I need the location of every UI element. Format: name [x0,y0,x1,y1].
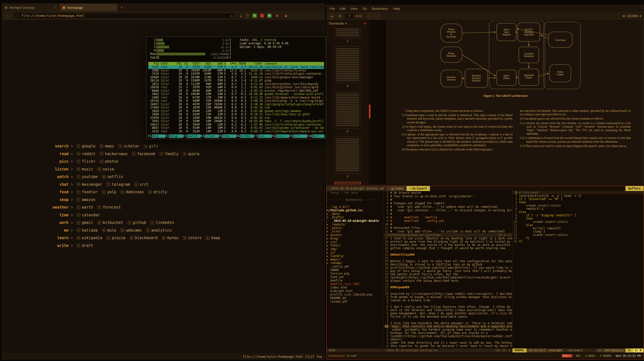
nerdtree-item[interactable]: ▸ _data/ [327,212,383,216]
hamburger-menu-icon[interactable]: ≡ [285,13,287,18]
homepage-link[interactable]: M messenger [77,182,102,187]
homepage-link[interactable]: F flickr [77,159,95,164]
terminal-window[interactable]: /2015-05-28-midnight-desktop.md.g/index~… [326,186,644,359]
history-back-icon[interactable]: ‹ [367,13,373,19]
nerdtree-item[interactable] [327,195,383,198]
tab-close-icon[interactable]: × [112,6,115,10]
nerdtree-item[interactable]: profile_icon_128x128.png [327,293,383,296]
homepage-link[interactable]: P photos [100,159,118,164]
fkey-button[interactable]: F2 Setup [165,134,183,138]
homepage-link[interactable]: M myneu [162,236,178,240]
nerdtree-item[interactable]: CNAME [327,268,383,272]
nerdtree-item[interactable]: ▸ _posts/ [327,226,383,230]
htop-window[interactable]: 1 [ 2.6% ] 2 [ 3.3% [146,36,326,139]
vim-tab[interactable]: /2015-05-28-midnight-desktop.md [327,186,387,191]
nerdtree-item[interactable]: _config.yml [327,265,383,268]
process-row[interactable]: 3501 tyler 20 0 164M 16M 2468K S 0.2 0.2… [148,120,324,123]
process-row[interactable]: 28114 tyler 20 0 1360M 147M 35M S 0.0 1.… [148,79,324,82]
homepage-link[interactable]: F foodler [77,190,98,194]
homepage-link[interactable]: H hallada [77,228,98,233]
sidebar-header[interactable]: Thumbnails ▾ ✕ [327,20,368,27]
process-row[interactable]: 17664 tyler 20 0 187M 25M 9608K S 0.0 0.… [148,106,324,110]
tab-close-icon[interactable]: × [54,6,57,10]
page-number-input[interactable]: 7 [345,13,354,19]
addon-nt-icon[interactable]: nt [267,14,272,18]
fkey-button[interactable]: F6 SortBy [236,134,254,138]
homepage-link[interactable]: W wikipedia [77,236,102,240]
menu-item[interactable]: Go [362,7,367,11]
nerdtree-item[interactable]: .. (up a dir) [327,205,383,209]
homepage-link[interactable]: G gmail [77,220,93,225]
tmux-window-name[interactable]: 0:vim* [347,354,357,357]
addon-s-icon[interactable]: S [252,14,257,18]
nerdtree-item[interactable]: ▸ assets/ [327,233,383,237]
process-row[interactable]: 5345 root 20 0 397M 181M 37M S 0.0 2.3 5… [148,65,324,69]
previous-page-icon[interactable]: ▲ [329,13,335,19]
homepage-link[interactable]: S srct [134,182,149,187]
menu-item[interactable]: File [330,7,335,11]
homepage-link[interactable]: Y yelp [102,190,116,194]
nerdtree-item[interactable]: ▸ _layouts/ [327,223,383,226]
markdown-editor-pane[interactable]: 27 I tend to use Linux (Ubuntu) on my de… [384,237,512,348]
nerdtree-item[interactable]: ▸ fonts/ [327,244,383,247]
process-row[interactable]: 16744 root 20 0 448M 32M 3508K S 0.4 0.4… [148,99,324,103]
homepage-link[interactable]: R reddit [77,152,95,156]
nerdtree-item[interactable]: </thallada.github.io/ [327,209,383,212]
homepage-link[interactable]: G github [127,220,146,225]
fkey-button[interactable]: F5 Tree [219,134,236,138]
nerdtree-item[interactable]: ▸ _site/ [327,230,383,233]
page-thumbnail[interactable] [334,92,361,129]
nerdtree-item[interactable]: index.html [327,286,383,289]
menu-item[interactable]: Help [393,7,400,11]
process-row[interactable]: 19484 tyler 39 19 1678M 214M 13M S 0.7 2… [148,76,324,79]
homepage-link[interactable]: N noise [97,167,114,171]
vim-tab[interactable]: ~/b/invert [407,186,430,191]
nerdtree-item[interactable]: midnight.html [327,289,383,293]
fkey-button[interactable]: F3 Search [183,134,201,138]
homepage-link[interactable]: W webcams [120,228,142,233]
nerdtree-item[interactable]: ▸ magic/ [327,258,383,261]
reload-icon[interactable]: ↻ [231,14,233,18]
history-forward-icon[interactable]: › [375,13,381,19]
nerdtree-item[interactable]: ▸ css/ [327,240,383,244]
fkey-button[interactable]: F4 Filter [201,134,218,138]
url-bar[interactable]: file:///home/tyler/homepage.html ↻ [14,13,235,19]
homepage-link[interactable]: M mule [102,228,116,233]
process-row[interactable]: 2415 root 20 0 352M 14M 12M S 0.0 0.2 0:… [148,130,324,133]
homepage-link[interactable]: Z zotero [183,236,202,240]
nerdtree-item[interactable]: Gemfile [327,279,383,282]
homepage-link[interactable]: D drizly [148,190,167,194]
homepage-link[interactable]: M music [77,167,93,171]
nerdtree-item[interactable]: -----------Bookmarks----------- [327,198,383,202]
nerdtree-item[interactable]: 2015-05-28-midnight-deskto [327,219,383,223]
browser-tab[interactable]: Homepage × [60,4,118,11]
pdf-document-view[interactable]: ThemeDomains&Keywords PhraseTemplates Na… [371,20,644,184]
menu-item[interactable]: View [350,7,357,11]
homepage-link[interactable]: L linkedin [151,220,174,225]
process-row[interactable]: 8667 tyler 20 0 554M 14M 10M S 0.2 0.2 0… [148,126,324,130]
homepage-link[interactable]: A analytics [146,228,172,233]
addon-snowflake-icon[interactable]: ∗ [275,14,279,18]
sidebar-close-icon[interactable]: ✕ [364,22,366,25]
menu-item[interactable]: Bookmarks [372,7,388,11]
selected-page-thumbnail[interactable] [334,182,361,184]
homepage-link[interactable]: Y hackernews [100,152,127,156]
process-row[interactable]: 21050 tyler 20 0 182M 20M 4452K S 0.0 0.… [148,116,324,120]
nerdtree-item[interactable]: " Press ? for help [327,191,383,195]
homepage-link[interactable]: G google [77,144,95,148]
homepage-link[interactable]: Y youtube [77,174,98,179]
page-info-icon[interactable] [17,14,19,17]
process-row[interactable]: 24017 tyler 20 0 305M 15M 12M S 0.2 0.2 … [148,123,324,127]
nerdtree-item[interactable]: resume.pdf [327,300,383,303]
homepage-link[interactable]: S scholar [118,144,139,148]
homepage-link[interactable]: C calendar [77,213,100,217]
homepage-link[interactable]: N netflix [102,174,123,179]
homepage-link[interactable]: P piazza [106,236,125,240]
process-row[interactable]: 2405 root 20 0 872M 37M 24M S 0.0 0.5 0:… [148,96,324,100]
process-row[interactable]: 24037 tyler 20 0 497M 26M 7420K S 0.2 0.… [148,103,324,106]
browser-tab[interactable]: Midnight Desktop × [2,4,60,11]
homepage-link[interactable]: B bitbucket [97,220,123,225]
homepage-link[interactable]: D dominoes [120,190,144,194]
process-row[interactable]: 2872 tyler 20 0 1115M 96M 46M S 0.7 1.2 … [148,82,324,86]
vim-tab[interactable]: .g/index [387,186,407,191]
